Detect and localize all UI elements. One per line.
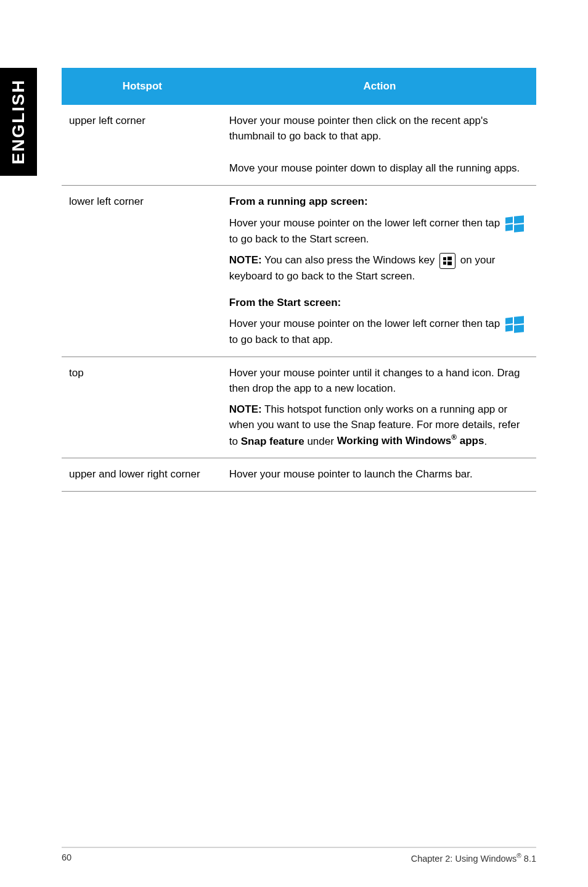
hotspot-cell: lower left corner [62,185,223,357]
windows-start-icon [504,316,525,332]
language-tab: ENGLISH [0,68,37,176]
svg-rect-1 [447,257,452,260]
action-cell: Hover your mouse pointer until it change… [223,357,536,458]
instruction-text: Hover your mouse pointer until it change… [229,366,530,396]
action-cell: Move your mouse pointer down to display … [223,152,536,185]
hotspot-cell: upper left corner [62,105,223,152]
note-text: NOTE: This hotspot function only works o… [229,402,530,449]
windows-key-icon [439,253,455,269]
action-cell: Hover your mouse pointer then click on t… [223,105,536,152]
table-row: top Hover your mouse pointer until it ch… [62,357,536,458]
table-row: upper and lower right corner Hover your … [62,458,536,491]
chapter-label: Chapter 2: Using Windows® 8.1 [411,852,536,864]
registered-mark: ® [451,434,457,442]
svg-rect-3 [447,262,452,265]
hotspot-table: Hotspot Action upper left corner Hover y… [62,68,536,492]
instruction-text: Hover your mouse pointer on the lower le… [229,316,530,348]
page-footer: 60 Chapter 2: Using Windows® 8.1 [62,847,536,864]
registered-mark: ® [517,852,521,859]
instruction-text: Hover your mouse pointer on the lower le… [229,216,530,247]
action-cell: From a running app screen: Hover your mo… [223,185,536,357]
header-action: Action [223,68,536,105]
windows-start-icon [504,216,525,232]
table-row: Move your mouse pointer down to display … [62,152,536,185]
subheading: From a running app screen: [229,196,368,207]
header-hotspot: Hotspot [62,68,223,105]
hotspot-cell [62,152,223,185]
hotspot-cell: top [62,357,223,458]
note-text: NOTE: You can also press the Windows key… [229,253,530,284]
svg-rect-2 [443,262,446,265]
table-row: upper left corner Hover your mouse point… [62,105,536,152]
language-label: ENGLISH [9,79,28,164]
subheading: From the Start screen: [229,297,341,308]
svg-rect-0 [443,257,446,260]
hotspot-table-container: Hotspot Action upper left corner Hover y… [62,68,536,492]
hotspot-cell: upper and lower right corner [62,458,223,491]
table-row: lower left corner From a running app scr… [62,185,536,357]
page-number: 60 [62,852,71,864]
action-cell: Hover your mouse pointer to launch the C… [223,458,536,491]
